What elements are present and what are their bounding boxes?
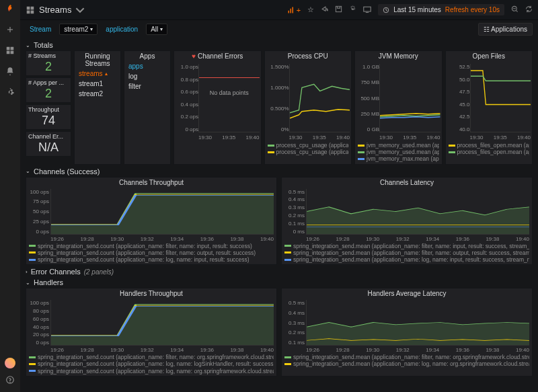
var-stream-dropdown[interactable]: stream2▾ bbox=[59, 24, 98, 35]
svg-rect-1 bbox=[11, 47, 14, 50]
list-item[interactable]: log bbox=[124, 71, 170, 81]
sidebar bbox=[0, 0, 20, 392]
save-icon[interactable] bbox=[335, 5, 342, 14]
topbar: Streams + ☆ Last 15 minutes Refresh ever… bbox=[20, 0, 538, 20]
grafana-logo[interactable] bbox=[5, 4, 15, 15]
stat-apps-per: # Apps per ... 2 bbox=[26, 77, 71, 103]
refresh-interval-label: Refresh every 10s bbox=[445, 6, 500, 13]
var-stream-label: Stream bbox=[26, 24, 55, 34]
variable-bar: Stream stream2▾ application All▾ ☷ Appli… bbox=[20, 20, 538, 38]
zoom-out-icon[interactable] bbox=[511, 5, 518, 14]
help-icon[interactable] bbox=[5, 375, 15, 387]
chevron-down-icon bbox=[75, 5, 85, 15]
panel-channels-throughput: Channels Throughput 100 ops75 ops50 ops2… bbox=[26, 177, 277, 266]
svg-rect-12 bbox=[292, 7, 293, 13]
time-range-picker[interactable]: Last 15 minutes Refresh every 10s bbox=[378, 4, 504, 15]
panel-channels-latency: Channels Latency 0.5 ms0.4 ms0.3 ms0.2 m… bbox=[281, 177, 533, 266]
svg-rect-13 bbox=[336, 6, 342, 11]
dashboard-title: Streams bbox=[39, 5, 71, 15]
star-icon[interactable]: ☆ bbox=[307, 5, 314, 14]
svg-marker-18 bbox=[51, 193, 274, 233]
var-app-dropdown[interactable]: All▾ bbox=[146, 24, 167, 35]
settings-icon[interactable] bbox=[349, 5, 356, 14]
share-icon[interactable] bbox=[321, 5, 328, 14]
applications-link[interactable]: ☷ Applications bbox=[478, 23, 533, 36]
svg-point-5 bbox=[10, 382, 11, 383]
alert-icon[interactable] bbox=[5, 67, 15, 78]
row-handlers[interactable]: ⌄Handlers bbox=[26, 278, 533, 286]
svg-rect-2 bbox=[7, 51, 10, 54]
panel-channel-errors: ♥ Channel Errors 1.0 ops0.8 ops0.6 ops0.… bbox=[174, 50, 262, 165]
svg-rect-9 bbox=[31, 10, 34, 13]
panel-apps: Apps apps log filter bbox=[124, 50, 171, 165]
dashboards-icon[interactable] bbox=[5, 46, 15, 57]
insights-icon[interactable]: + bbox=[287, 6, 301, 14]
list-item[interactable]: stream2 bbox=[75, 89, 120, 99]
stat-num-streams: # Streams 2 bbox=[26, 50, 71, 76]
panel-open-files: Open Files 52.550.047.545.042.540.0 19:3… bbox=[445, 50, 533, 165]
row-channels-success[interactable]: ⌄Channels (Success) bbox=[26, 167, 533, 175]
list-item[interactable]: filter bbox=[124, 81, 170, 91]
config-icon[interactable] bbox=[5, 87, 15, 99]
list-item[interactable]: stream1 bbox=[75, 79, 120, 89]
var-app-label: application bbox=[102, 24, 142, 34]
svg-rect-0 bbox=[7, 47, 10, 50]
svg-marker-21 bbox=[307, 323, 529, 346]
stat-throughput: Throughput 74 bbox=[26, 104, 71, 130]
refresh-icon[interactable] bbox=[525, 5, 533, 14]
panel-handlers-latency: Handlers Average Latency 0.5 ms0.4 ms0.3… bbox=[281, 288, 533, 377]
row-totals[interactable]: ⌄Totals bbox=[26, 41, 533, 49]
panel-running-streams: Running Streams streams▴ stream1 stream2 bbox=[74, 50, 121, 165]
svg-rect-7 bbox=[31, 6, 34, 9]
dashboard-picker[interactable]: Streams bbox=[26, 5, 85, 15]
clock-icon bbox=[383, 7, 389, 13]
svg-rect-15 bbox=[364, 7, 371, 11]
stat-channel-errors: Channel Er... N/A bbox=[26, 131, 71, 157]
row-error-channels[interactable]: ›Error Channels (2 panels) bbox=[26, 268, 533, 276]
panel-process-cpu: Process CPU 1.500%1.000%0.500%0% 19:3019… bbox=[264, 50, 352, 165]
add-icon[interactable] bbox=[5, 25, 15, 36]
svg-rect-11 bbox=[290, 8, 291, 13]
user-avatar[interactable] bbox=[5, 358, 15, 368]
svg-rect-8 bbox=[27, 10, 30, 13]
list-item[interactable]: apps bbox=[124, 61, 170, 71]
svg-rect-3 bbox=[11, 51, 14, 54]
time-range-label: Last 15 minutes bbox=[393, 6, 441, 13]
list-item[interactable]: streams▴ bbox=[75, 69, 120, 79]
svg-marker-19 bbox=[307, 206, 529, 233]
svg-rect-6 bbox=[27, 6, 30, 9]
svg-rect-10 bbox=[288, 10, 289, 13]
tv-icon[interactable] bbox=[363, 5, 371, 15]
panel-jvm-memory: JVM Memory 1.0 GB750 MB500 MB250 MB0 GB … bbox=[354, 50, 443, 165]
svg-marker-20 bbox=[51, 305, 274, 345]
panel-handlers-throughput: Handlers Throughput 100 ops80 ops60 ops4… bbox=[26, 288, 277, 377]
